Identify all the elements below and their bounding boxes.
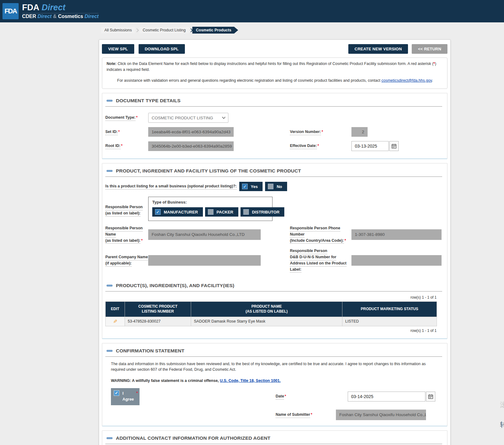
note-box: Note: Click on the Data Element Name for…: [102, 57, 447, 89]
section-head: PRODUCT, INGREDIENT AND FACILITY LISTING…: [105, 166, 442, 177]
collapse-icon[interactable]: [107, 350, 112, 352]
collapse-icon[interactable]: [107, 100, 112, 102]
download-spl-button[interactable]: DOWNLOAD SPL: [139, 44, 185, 54]
stray-cjk-artifact: 滚: [500, 400, 504, 410]
responsible-person-name-label: Responsible Person Name (as listed on la…: [105, 225, 148, 244]
view-spl-button[interactable]: VIEW SPL: [102, 44, 134, 54]
section-head: CONFIRMATION STATEMENT: [105, 346, 442, 357]
products-subsection-head: PRODUCT(S), INGREDIENT(S), AND FACILITY(…: [105, 281, 442, 291]
section-title: CONFIRMATION STATEMENT: [116, 348, 185, 354]
product-name-cell: SADOER Damask Rose Starry Eye Mask: [191, 317, 342, 326]
name-of-submitter-field: Foshan City Sanshui Qiaoxifu Household C…: [336, 410, 426, 420]
stray-cjk-artifact: 转: [500, 420, 504, 429]
calendar-button[interactable]: [389, 141, 399, 151]
responsible-person-name-field: Foshan City Sanshui Qiaoxifu Household C…: [148, 229, 261, 240]
type-of-business-label: Type of Business:: [152, 200, 268, 204]
section-product-listing: PRODUCT, INGREDIENT AND FACILITY LISTING…: [102, 163, 447, 339]
date-input[interactable]: 03-14-2025: [348, 392, 425, 401]
assistance-text: For assistance with validation errors an…: [107, 78, 443, 84]
brand-fda: FDA: [22, 3, 39, 12]
brand-direct: Direct: [42, 3, 66, 12]
section-confirmation-statement: CONFIRMATION STATEMENT The data and info…: [102, 343, 447, 426]
set-id-label: Set ID:*: [105, 129, 148, 135]
business-type-manufacturer-checkbox[interactable]: ✓ MANUFACTURER: [152, 207, 203, 217]
app-header: FDA FDA Direct CDER Direct & Cosmetics D…: [0, 0, 504, 22]
breadcrumb: All Submissions Cosmetic Product Listing…: [101, 27, 504, 34]
duns-number-field: [351, 255, 442, 266]
fda-logo[interactable]: FDA: [2, 3, 19, 19]
section-head: ADDITIONAL CONTACT INFORMATION FOR AUTHO…: [105, 433, 442, 444]
chevron-down-icon: [222, 115, 225, 119]
unchecked-checkbox-icon: [208, 209, 213, 215]
section-title: ADDITIONAL CONTACT INFORMATION FOR AUTHO…: [116, 435, 270, 441]
brand-ampersand: &: [53, 14, 57, 19]
small-business-yes-checkbox[interactable]: ✓ Yes: [239, 182, 263, 191]
document-type-label: Document Type:*: [105, 115, 148, 121]
unchecked-checkbox-icon: [243, 209, 249, 215]
collapse-icon[interactable]: [107, 170, 112, 172]
checked-checkbox-icon: ✓: [155, 209, 161, 215]
collapse-icon[interactable]: [107, 285, 112, 287]
version-number-field: 2: [351, 127, 368, 137]
set-id-field: 1eeaba46-ecda-8f01-e063-6394a90a2d43: [148, 127, 234, 137]
collapse-icon[interactable]: [107, 437, 112, 439]
note-text: Note: Click on the Data Element Name for…: [107, 61, 443, 73]
breadcrumb-cosmetic-products: Cosmetic Products: [192, 27, 238, 34]
responsible-person-label: Responsible Person (as listed on label):: [105, 204, 148, 217]
breadcrumb-all-submissions[interactable]: All Submissions: [101, 27, 135, 33]
brand-subtitle: CDER Direct & Cosmetics Direct: [22, 13, 99, 19]
edit-cell: ✎: [106, 317, 125, 326]
edit-pencil-icon[interactable]: ✎: [113, 319, 117, 324]
business-type-packer-checkbox[interactable]: PACKER: [205, 207, 238, 217]
return-button[interactable]: << RETURN: [412, 44, 447, 54]
col-edit: EDIT: [106, 302, 125, 317]
col-marketing-status: PRODUCT MARKETING STATUS: [342, 302, 437, 317]
type-of-business-box: Type of Business: ✓ MANUFACTURER PACKER …: [148, 197, 273, 221]
calendar-icon: [428, 394, 433, 399]
products-table: EDIT COSMETIC PRODUCT LISTING NUMBER PRO…: [105, 301, 437, 326]
brand-block: FDA Direct CDER Direct & Cosmetics Direc…: [22, 3, 99, 19]
toolbar: VIEW SPL DOWNLOAD SPL CREATE NEW VERSION…: [102, 44, 447, 54]
section-title: DOCUMENT TYPE DETAILS: [116, 98, 181, 103]
us-code-link[interactable]: U.S. Code, Title 18, Section 1001.: [220, 378, 281, 383]
brand-cder: CDER: [22, 14, 36, 19]
document-type-select[interactable]: COSMETIC PRODUCT LISTING: [148, 113, 228, 123]
section-head: DOCUMENT TYPE DETAILS: [105, 96, 442, 107]
warning-text: WARNING: A willfully false statement is …: [111, 378, 441, 384]
confirmation-statement-text: The data and information in this submiss…: [111, 361, 440, 373]
brand-cosmetics: Cosmetics: [58, 14, 83, 19]
root-id-field: 3045064b-2e00-b3ed-e063-6394a90a2859: [148, 141, 234, 151]
small-business-no-checkbox[interactable]: No: [265, 182, 287, 191]
brand-cder-direct: Direct: [38, 14, 52, 19]
section-title: PRODUCT, INGREDIENT AND FACILITY LISTING…: [116, 168, 301, 174]
responsible-person-phone-field: 1-307-381-8980: [351, 229, 442, 240]
small-business-label[interactable]: Is this a product listing for a small bu…: [105, 183, 237, 190]
business-type-distributor-checkbox[interactable]: DISTRIBUTOR: [241, 207, 285, 217]
cosmeticsdirect-email-link[interactable]: cosmeticsdirect@fda.hhs.gov: [381, 78, 432, 83]
date-label: Date*: [276, 393, 348, 400]
i-agree-checkbox[interactable]: ✓ I Agree *: [111, 388, 140, 405]
checked-checkbox-icon: ✓: [114, 390, 119, 396]
brand-title: FDA Direct: [22, 3, 99, 12]
table-header-row: EDIT COSMETIC PRODUCT LISTING NUMBER PRO…: [106, 302, 437, 317]
document-type-value: COSMETIC PRODUCT LISTING: [152, 116, 213, 120]
main-card: VIEW SPL DOWNLOAD SPL CREATE NEW VERSION…: [99, 39, 451, 445]
effective-date-input[interactable]: 03-13-2025: [351, 141, 389, 151]
row-count-bottom: row(s) 1 - 1 of 1: [105, 328, 437, 333]
subsection-title: PRODUCT(S), INGREDIENT(S), AND FACILITY(…: [116, 283, 234, 288]
chevron-right-icon: [189, 28, 193, 32]
unchecked-checkbox-icon: [268, 184, 273, 189]
breadcrumb-cosmetic-product-listing[interactable]: Cosmetic Product Listing: [140, 27, 189, 33]
marketing-status-cell: LISTED: [342, 317, 437, 326]
section-additional-contact: ADDITIONAL CONTACT INFORMATION FOR AUTHO…: [102, 430, 447, 445]
calendar-icon: [392, 144, 396, 149]
brand-cosmetics-direct: Direct: [85, 14, 99, 19]
calendar-button[interactable]: [426, 392, 435, 401]
chevron-right-icon: [135, 28, 139, 32]
listing-number-cell: 53-478528-830027: [125, 317, 191, 326]
note-bold: Note:: [107, 62, 117, 66]
row-count-top: row(s) 1 - 1 of 1: [105, 295, 437, 300]
responsible-person-phone-label: Responsible Person Phone Number (Include…: [290, 225, 351, 244]
create-new-version-button[interactable]: CREATE NEW VERSION: [348, 44, 408, 54]
parent-company-name-field: [148, 255, 261, 266]
